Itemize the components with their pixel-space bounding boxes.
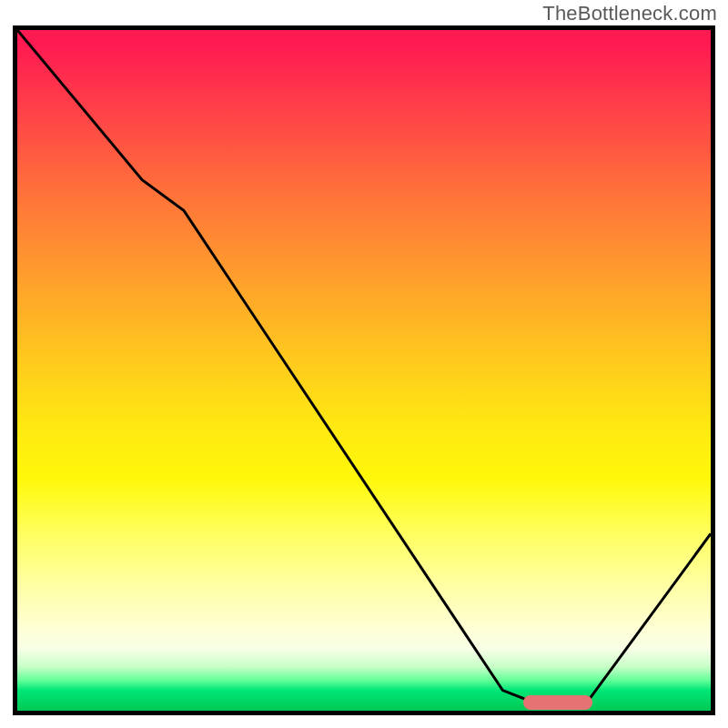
chart-container: TheBottleneck.com — [0, 0, 728, 728]
chart-frame — [13, 25, 715, 715]
chart-curve-svg — [17, 30, 711, 711]
watermark-text: TheBottleneck.com — [542, 2, 717, 25]
optimal-range-marker — [523, 695, 592, 710]
chart-curve-layer — [17, 30, 711, 711]
chart-curve — [17, 30, 711, 704]
